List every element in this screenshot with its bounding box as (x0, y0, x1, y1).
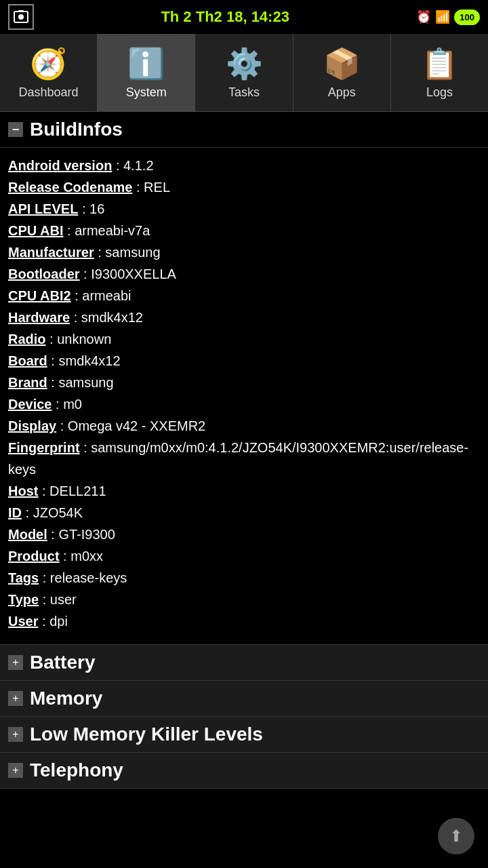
info-row: Host : DELL211 (8, 480, 480, 502)
section-title-battery: Battery (30, 652, 95, 673)
info-key: Device (8, 397, 52, 412)
info-key: Manufacturer (8, 245, 94, 260)
info-row: Manufacturer : samsung (8, 241, 480, 263)
info-key: Host (8, 484, 38, 498)
tasks-icon: ⚙️ (226, 46, 263, 81)
info-value: : 16 (78, 201, 104, 216)
battery-level: 100 (454, 9, 480, 25)
info-row: Android version : 4.1.2 (8, 155, 480, 176)
expand-icon: + (8, 763, 23, 778)
info-value: : release-keys (39, 570, 127, 585)
info-value: : m0xx (60, 549, 103, 564)
section-title-low-memory-killer: Low Memory Killer Levels (30, 724, 263, 745)
info-key: User (8, 614, 38, 629)
info-value: : unknown (46, 332, 112, 347)
info-row: Hardware : smdk4x12 (8, 307, 480, 328)
info-row: CPU ABI2 : armeabi (8, 285, 480, 307)
info-key: Fingerprint (8, 440, 80, 455)
info-key: Release Codename (8, 180, 132, 195)
system-icon: ℹ️ (127, 46, 165, 81)
tab-tasks[interactable]: ⚙️ Tasks (195, 34, 293, 111)
tab-logs[interactable]: 📋 Logs (391, 34, 488, 111)
status-left (8, 4, 34, 30)
expand-icon: + (8, 691, 23, 706)
collapse-icon[interactable]: − (8, 122, 23, 137)
info-row: Product : m0xx (8, 545, 480, 567)
info-key: Radio (8, 332, 46, 347)
info-key: CPU ABI (8, 223, 63, 238)
info-key: Tags (8, 570, 39, 585)
info-value: : GT-I9300 (47, 527, 115, 542)
info-value: : m0 (52, 397, 82, 412)
section-low-memory-killer[interactable]: + Low Memory Killer Levels (0, 717, 488, 753)
tab-system[interactable]: ℹ️ System (98, 34, 195, 111)
info-row: Device : m0 (8, 393, 480, 415)
info-row: Display : Omega v42 - XXEMR2 (8, 415, 480, 437)
info-key: Hardware (8, 310, 70, 325)
build-infos-content: Android version : 4.1.2Release Codename … (0, 148, 488, 645)
info-key: Type (8, 592, 39, 607)
info-row: CPU ABI : armeabi-v7a (8, 220, 480, 241)
info-value: : 4.1.2 (112, 158, 153, 173)
info-key: Product (8, 549, 60, 564)
info-key: Display (8, 418, 56, 433)
tasks-label: Tasks (228, 85, 260, 100)
svg-rect-2 (18, 10, 24, 12)
apps-label: Apps (328, 85, 356, 100)
info-row: Release Codename : REL (8, 176, 480, 198)
info-row: Bootloader : I9300XXELLA (8, 263, 480, 285)
info-row: ID : JZO54K (8, 502, 480, 524)
info-value: : I9300XXELLA (80, 267, 176, 281)
photo-icon (8, 4, 34, 30)
expand-icon: + (8, 655, 23, 670)
info-key: CPU ABI2 (8, 288, 71, 303)
status-time: Th 2 Th2 18, 14:23 (34, 8, 416, 26)
info-value: : smdk4x12 (70, 310, 143, 325)
tab-dashboard[interactable]: 🧭 Dashboard (0, 34, 98, 111)
logs-label: Logs (426, 85, 453, 100)
info-value: : dpi (38, 614, 67, 629)
info-key: API LEVEL (8, 201, 78, 216)
info-key: Model (8, 527, 47, 542)
info-value: : armeabi-v7a (63, 223, 150, 238)
info-row: API LEVEL : 16 (8, 198, 480, 220)
info-value: : JZO54K (22, 505, 83, 520)
info-row: Model : GT-I9300 (8, 524, 480, 545)
expand-icon: + (8, 727, 23, 742)
alarm-icon: ⏰ (416, 9, 431, 24)
info-row: Brand : samsung (8, 372, 480, 393)
info-key: ID (8, 505, 22, 520)
info-value: : REL (132, 180, 170, 195)
section-title-telephony: Telephony (30, 760, 123, 781)
section-battery[interactable]: + Battery (0, 645, 488, 681)
section-telephony[interactable]: + Telephony (0, 753, 488, 789)
info-key: Android version (8, 158, 112, 173)
info-row: Fingerprint : samsung/m0xx/m0:4.1.2/JZO5… (8, 437, 480, 480)
build-infos-header[interactable]: − BuildInfos (0, 112, 488, 147)
logs-icon: 📋 (421, 46, 458, 81)
info-value: : samsung (94, 245, 161, 260)
info-key: Board (8, 353, 47, 368)
tab-apps[interactable]: 📦 Apps (293, 34, 391, 111)
info-value: : DELL211 (38, 484, 106, 498)
info-row: Tags : release-keys (8, 567, 480, 589)
info-row: Board : smdk4x12 (8, 350, 480, 372)
info-value: : Omega v42 - XXEMR2 (56, 418, 205, 433)
dashboard-icon: 🧭 (30, 46, 67, 81)
info-value: : armeabi (71, 288, 131, 303)
main-content: − BuildInfos Android version : 4.1.2Rele… (0, 112, 488, 789)
info-value: : smdk4x12 (47, 353, 121, 368)
apps-icon: 📦 (323, 46, 361, 81)
info-key: Bootloader (8, 267, 80, 281)
build-infos-title: BuildInfos (30, 119, 123, 140)
status-right: ⏰ 📶 100 (416, 9, 480, 25)
system-label: System (126, 85, 167, 100)
nav-tabs: 🧭 Dashboard ℹ️ System ⚙️ Tasks 📦 Apps 📋 … (0, 34, 488, 112)
svg-point-1 (18, 14, 24, 20)
section-memory[interactable]: + Memory (0, 681, 488, 717)
scroll-indicator[interactable]: ⬆ (438, 818, 474, 854)
info-key: Brand (8, 375, 47, 390)
info-row: Type : user (8, 589, 480, 610)
info-value: : user (39, 592, 77, 607)
collapsed-sections: + Battery + Memory + Low Memory Killer L… (0, 645, 488, 789)
